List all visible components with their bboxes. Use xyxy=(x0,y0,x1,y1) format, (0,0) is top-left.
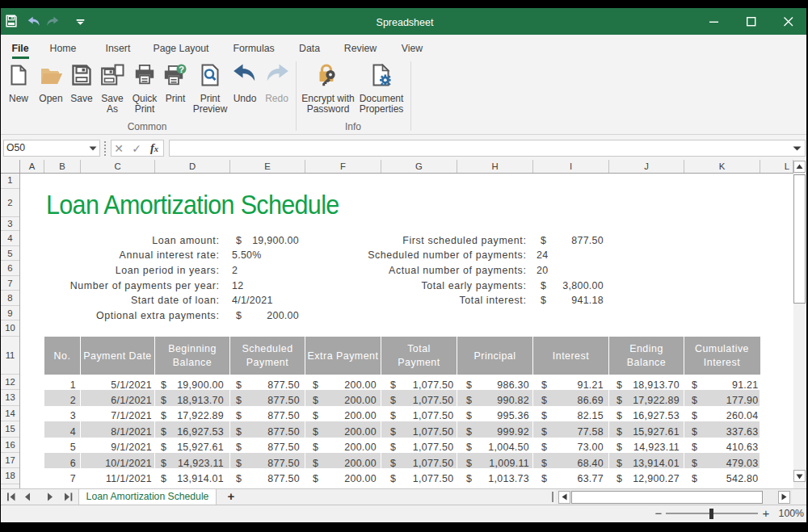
svg-text:?: ? xyxy=(179,65,184,74)
